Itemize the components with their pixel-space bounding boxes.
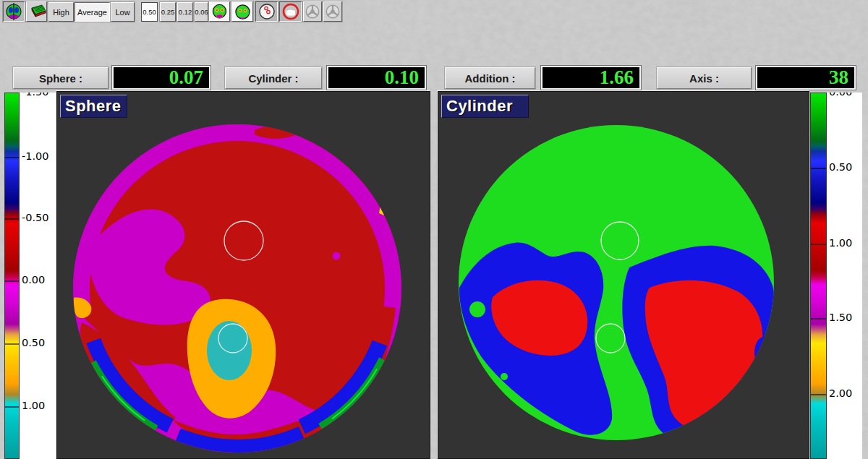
- cylinder-blue-notch: [754, 337, 773, 369]
- lens-frame-button[interactable]: [279, 1, 302, 22]
- lens-surface-3d-icon: [27, 4, 46, 20]
- dual-zone-lens-map-icon: [211, 4, 228, 20]
- cylinder-green-speck: [501, 373, 508, 380]
- cylinder-readout-label: Cylinder :: [225, 67, 322, 89]
- lens-mapper-window: High Average Low 0.50 0.25 0.12 0.06: [0, 0, 868, 459]
- lens-surface-button[interactable]: [26, 1, 47, 22]
- sphere-map: [58, 93, 430, 459]
- cylinder-scale-labels: 0.00 0.50 1.00 1.50 2.00: [827, 93, 862, 459]
- steering-wheel-button-1[interactable]: [303, 1, 322, 22]
- sphere-scale-labels: -1.50 -1.00 -0.50 0.00 0.50 1.00: [20, 93, 56, 459]
- cylinder-map-panel: Cylinder: [438, 91, 809, 459]
- dual-zone-lens-map-button[interactable]: [209, 1, 230, 22]
- step-0.25-button[interactable]: 0.25: [160, 2, 176, 22]
- cylinder-readout-value: 0.10: [327, 66, 426, 90]
- step-0.12-button[interactable]: 0.12: [177, 2, 193, 22]
- axis-readout-label: Axis :: [657, 67, 752, 89]
- topo-map-button[interactable]: [3, 1, 25, 22]
- mode-average-button[interactable]: Average: [75, 2, 110, 22]
- lens-markings-icon: [258, 3, 276, 20]
- zone-lens-map-icon: [234, 4, 251, 20]
- cylinder-green-spot: [469, 301, 485, 317]
- cylinder-color-scale: [810, 93, 827, 459]
- lens-markings-button[interactable]: [255, 1, 278, 22]
- step-0.06-button[interactable]: 0.06: [195, 2, 208, 22]
- step-0.50-button[interactable]: 0.50: [141, 2, 158, 22]
- sphere-magenta-dot: [333, 252, 341, 260]
- zone-lens-map-button[interactable]: [231, 1, 253, 22]
- sphere-map-panel: Sphere: [56, 91, 430, 459]
- cylinder-map: [439, 93, 809, 459]
- sphere-readout-label: Sphere :: [13, 67, 109, 89]
- sphere-readout-value: 0.07: [112, 66, 210, 90]
- steering-wheel-icon: [325, 4, 341, 20]
- mode-low-button[interactable]: Low: [111, 2, 135, 22]
- mode-high-button[interactable]: High: [48, 2, 74, 22]
- steering-wheel-button-2[interactable]: [323, 1, 342, 22]
- addition-readout-label: Addition :: [445, 67, 535, 89]
- topo-map-icon: [5, 3, 22, 20]
- axis-readout-value: 38: [756, 66, 856, 90]
- sphere-color-scale: [4, 93, 20, 459]
- sphere-map-title: Sphere: [60, 95, 127, 118]
- steering-wheel-icon: [305, 4, 320, 20]
- cylinder-map-title: Cylinder: [441, 95, 529, 118]
- lens-frame-icon: [282, 3, 299, 20]
- addition-readout-value: 1.66: [541, 66, 641, 90]
